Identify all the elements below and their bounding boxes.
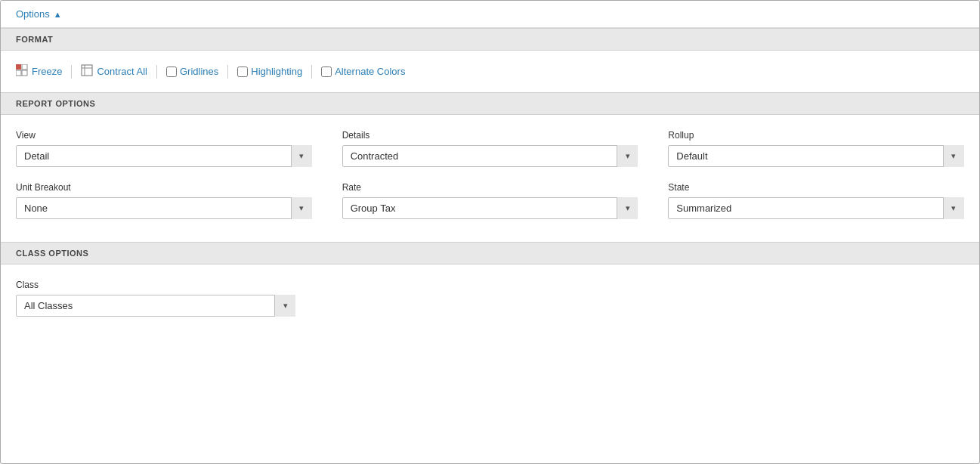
unit-breakout-field-group: Unit Breakout None All ▾ bbox=[16, 182, 312, 219]
unit-breakout-select-wrapper: None All ▾ bbox=[16, 197, 312, 219]
rollup-select[interactable]: Default None bbox=[668, 145, 964, 167]
rate-select-wrapper: Group Tax Individual Tax ▾ bbox=[342, 197, 638, 219]
alternate-colors-toggle[interactable]: Alternate Colors bbox=[321, 66, 405, 77]
class-field-group: Class All Classes Class A Class B ▾ bbox=[16, 280, 295, 317]
svg-rect-2 bbox=[16, 70, 21, 76]
rollup-field-group: Rollup Default None ▾ bbox=[668, 130, 964, 167]
highlighting-toggle[interactable]: Highlighting bbox=[237, 66, 302, 77]
class-options-content: Class All Classes Class A Class B ▾ bbox=[1, 264, 979, 339]
report-options-section-header: REPORT OPTIONS bbox=[1, 92, 979, 115]
rate-select[interactable]: Group Tax Individual Tax bbox=[342, 197, 638, 219]
format-section: Freeze Contract All Gridlines Highlig bbox=[1, 51, 979, 92]
details-field-group: Details Contracted Expanded ▾ bbox=[342, 130, 638, 167]
view-label: View bbox=[16, 130, 312, 141]
options-toggle[interactable]: Options ▲ bbox=[16, 8, 62, 20]
class-select-wrapper: All Classes Class A Class B ▾ bbox=[16, 295, 295, 317]
freeze-button[interactable]: Freeze bbox=[16, 64, 62, 79]
options-label-text: Options bbox=[16, 8, 50, 20]
class-label: Class bbox=[16, 280, 295, 290]
state-label: State bbox=[668, 182, 964, 193]
gridlines-toggle[interactable]: Gridlines bbox=[166, 66, 218, 77]
svg-rect-0 bbox=[16, 64, 21, 70]
contract-all-button[interactable]: Contract All bbox=[81, 64, 147, 79]
gridlines-label: Gridlines bbox=[180, 66, 218, 77]
view-select-wrapper: Detail Summary ▾ bbox=[16, 145, 312, 167]
svg-rect-1 bbox=[22, 64, 27, 70]
options-grid: View Detail Summary ▾ Details Contracted… bbox=[16, 130, 964, 219]
rate-label: Rate bbox=[342, 182, 638, 193]
state-select-wrapper: Summarized Detail ▾ bbox=[668, 197, 964, 219]
contract-icon bbox=[81, 64, 93, 79]
class-select[interactable]: All Classes Class A Class B bbox=[16, 295, 295, 317]
separator-3 bbox=[227, 65, 228, 79]
unit-breakout-label: Unit Breakout bbox=[16, 182, 312, 193]
unit-breakout-select[interactable]: None All bbox=[16, 197, 312, 219]
rate-field-group: Rate Group Tax Individual Tax ▾ bbox=[342, 182, 638, 219]
contract-all-label: Contract All bbox=[97, 66, 147, 77]
highlighting-checkbox[interactable] bbox=[237, 67, 248, 77]
options-header: Options ▲ bbox=[1, 1, 979, 28]
options-caret-icon: ▲ bbox=[54, 10, 62, 19]
format-section-header: FORMAT bbox=[1, 28, 979, 51]
view-select[interactable]: Detail Summary bbox=[16, 145, 312, 167]
separator-4 bbox=[311, 65, 312, 79]
rollup-label: Rollup bbox=[668, 130, 964, 141]
freeze-label: Freeze bbox=[32, 66, 62, 77]
highlighting-label: Highlighting bbox=[251, 66, 302, 77]
alternate-colors-checkbox[interactable] bbox=[321, 67, 332, 77]
alternate-colors-label: Alternate Colors bbox=[335, 66, 405, 77]
svg-rect-4 bbox=[82, 65, 92, 76]
separator-2 bbox=[156, 65, 157, 79]
rollup-select-wrapper: Default None ▾ bbox=[668, 145, 964, 167]
details-label: Details bbox=[342, 130, 638, 141]
freeze-icon bbox=[16, 64, 28, 79]
view-field-group: View Detail Summary ▾ bbox=[16, 130, 312, 167]
main-container: Options ▲ FORMAT Freeze bbox=[0, 0, 980, 464]
report-options-content: View Detail Summary ▾ Details Contracted… bbox=[1, 115, 979, 242]
details-select-wrapper: Contracted Expanded ▾ bbox=[342, 145, 638, 167]
gridlines-checkbox[interactable] bbox=[166, 67, 177, 77]
class-options-section-header: CLASS OPTIONS bbox=[1, 242, 979, 264]
state-select[interactable]: Summarized Detail bbox=[668, 197, 964, 219]
separator-1 bbox=[71, 65, 72, 79]
svg-rect-3 bbox=[22, 70, 27, 76]
state-field-group: State Summarized Detail ▾ bbox=[668, 182, 964, 219]
details-select[interactable]: Contracted Expanded bbox=[342, 145, 638, 167]
